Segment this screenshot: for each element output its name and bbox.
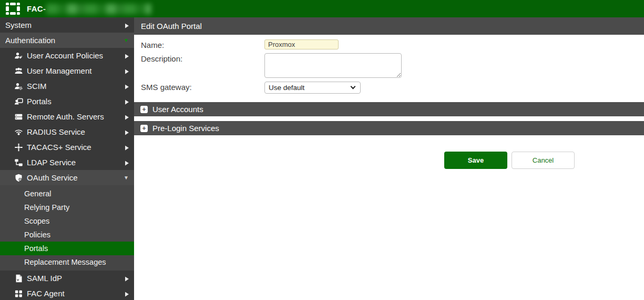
sidebar-nav: System ▶ Authentication ▼ User Account P…: [0, 17, 134, 300]
chevron-right-icon: ▶: [125, 98, 129, 105]
page-title-bar: Edit OAuth Portal: [134, 17, 644, 35]
chevron-down-icon: ▼: [124, 175, 129, 181]
sidebar-item-label: Authentication: [5, 36, 124, 45]
chevron-right-icon: ▶: [125, 113, 129, 120]
sms-gateway-label: SMS gateway:: [141, 82, 264, 92]
user-gear-icon: [14, 82, 23, 91]
sidebar-item-radius-service[interactable]: RADIUS Service ▶: [0, 124, 134, 139]
sidebar-item-label: TACACS+ Service: [27, 143, 125, 152]
chevron-right-icon: ▶: [125, 159, 129, 166]
section-label: Pre-Login Services: [152, 124, 219, 133]
form-actions: Save Cancel: [444, 152, 644, 169]
oauth-service-submenu: General Relying Party Scopes Policies Po…: [0, 185, 134, 271]
sidebar-item-label: LDAP Service: [27, 158, 125, 167]
sidebar-item-label: User Management: [27, 66, 125, 75]
chevron-right-icon: ▶: [125, 128, 129, 135]
sidebar-item-label: Portals: [27, 97, 125, 106]
sidebar-item-oauth-general[interactable]: General: [0, 187, 134, 201]
chevron-right-icon: ▶: [125, 83, 129, 89]
sidebar-item-user-management[interactable]: User Management ▶: [0, 63, 134, 78]
sidebar-item-scim[interactable]: SCIM ▶: [0, 78, 134, 94]
main-content: Edit OAuth Portal Name: Description: SMS…: [134, 17, 644, 300]
servers-icon: [14, 113, 23, 121]
sidebar-item-remote-auth-servers[interactable]: Remote Auth. Servers ▶: [0, 109, 134, 124]
expand-plus-icon[interactable]: +: [140, 125, 148, 132]
sidebar-item-oauth-portals[interactable]: Portals: [0, 242, 134, 255]
sidebar-item-label: Portals: [24, 244, 129, 253]
sidebar-item-oauth-relying-party[interactable]: Relying Party: [0, 201, 134, 214]
section-user-accounts[interactable]: + User Accounts: [134, 102, 644, 116]
description-textarea[interactable]: [264, 53, 402, 78]
grid-tiles-icon: [14, 289, 23, 298]
appliance-title-prefix: FAC-: [27, 4, 46, 13]
sidebar-item-label: RADIUS Service: [27, 127, 125, 136]
section-pre-login-services[interactable]: + Pre-Login Services: [134, 121, 644, 135]
name-row: Name:: [141, 39, 644, 49]
description-label: Description:: [141, 53, 264, 63]
cancel-button[interactable]: Cancel: [512, 152, 575, 169]
sidebar-item-label: Replacement Messages: [24, 258, 129, 266]
sidebar-item-label: System: [5, 21, 125, 29]
chevron-right-icon: ▶: [125, 67, 129, 74]
sidebar-item-user-account-policies[interactable]: User Account Policies ▶: [0, 48, 134, 63]
chevron-right-icon: ▶: [125, 290, 129, 297]
sidebar-item-fac-agent[interactable]: FAC Agent ▶: [0, 286, 134, 300]
sidebar-item-label: FAC Agent: [27, 289, 125, 298]
shield-icon: [14, 174, 23, 182]
users-group-icon: [14, 67, 23, 75]
sidebar-item-label: Scopes: [24, 217, 129, 225]
name-input[interactable]: [264, 39, 339, 49]
sidebar-item-oauth-service[interactable]: OAuth Service ▼: [0, 170, 134, 185]
sidebar-item-oauth-replacement-messages[interactable]: Replacement Messages: [0, 255, 134, 269]
sidebar-item-system[interactable]: System ▶: [0, 17, 134, 33]
document-icon: [14, 274, 23, 283]
chevron-right-icon: ▶: [125, 144, 129, 151]
name-label: Name:: [141, 39, 264, 49]
sidebar-item-label: SAML IdP: [27, 274, 125, 283]
save-button[interactable]: Save: [444, 152, 507, 169]
sidebar-item-ldap-service[interactable]: LDAP Service ▶: [0, 155, 134, 170]
chevron-down-icon: ▼: [124, 37, 129, 43]
user-window-icon: [14, 97, 23, 106]
sms-gateway-select[interactable]: Use default: [264, 82, 361, 94]
edit-oauth-portal-form: Name: Description: SMS gateway: Use defa…: [134, 35, 644, 97]
sidebar-item-portals[interactable]: Portals ▶: [0, 94, 134, 109]
sidebar-item-label: OAuth Service: [27, 173, 124, 182]
description-row: Description:: [141, 53, 644, 78]
chevron-right-icon: ▶: [125, 275, 129, 282]
page-title: Edit OAuth Portal: [141, 22, 202, 31]
wifi-icon: [14, 128, 23, 136]
sidebar-item-oauth-scopes[interactable]: Scopes: [0, 214, 134, 228]
sidebar-item-label: Policies: [24, 231, 129, 239]
sidebar-item-label: Relying Party: [24, 203, 129, 212]
appliance-title: FAC-: [27, 4, 151, 14]
redacted-hostname: [46, 4, 151, 14]
expand-plus-icon[interactable]: +: [140, 106, 148, 113]
tree-hierarchy-icon: [14, 158, 23, 167]
section-label: User Accounts: [152, 105, 203, 114]
sidebar-item-label: Remote Auth. Servers: [27, 112, 125, 121]
fortinet-logo-icon: [6, 3, 20, 15]
chevron-right-icon: ▶: [125, 22, 129, 28]
network-plus-icon: [14, 143, 23, 152]
sms-gateway-select-wrap: Use default: [264, 82, 361, 94]
sidebar-item-authentication[interactable]: Authentication ▼: [0, 33, 134, 48]
sms-gateway-row: SMS gateway: Use default: [141, 82, 644, 94]
sidebar-item-label: General: [24, 189, 129, 198]
sidebar-item-saml-idp[interactable]: SAML IdP ▶: [0, 271, 134, 286]
sidebar-item-label: User Account Policies: [27, 51, 125, 60]
sidebar-item-tacacs-service[interactable]: TACACS+ Service ▶: [0, 139, 134, 155]
sidebar-item-oauth-policies[interactable]: Policies: [0, 228, 134, 242]
sidebar-item-label: SCIM: [27, 82, 125, 91]
top-bar: FAC-: [0, 0, 644, 17]
user-wrench-icon: [14, 52, 23, 60]
chevron-right-icon: ▶: [125, 52, 129, 59]
